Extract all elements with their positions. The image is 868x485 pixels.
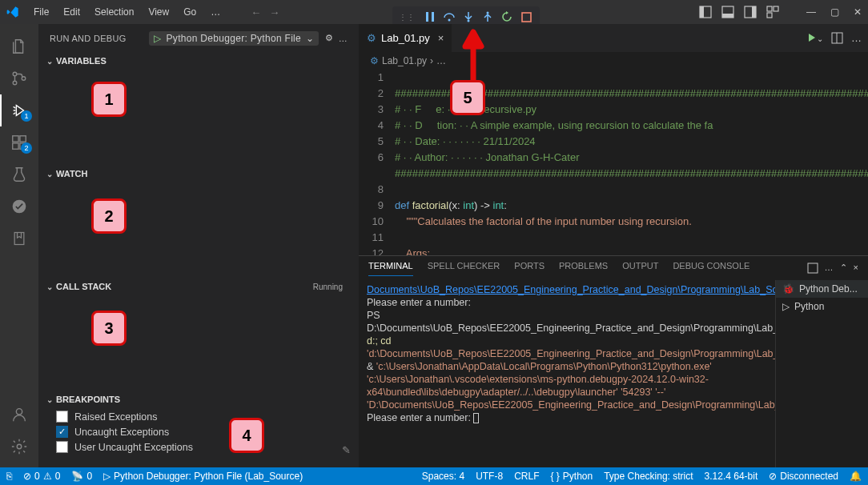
nav-forward-icon[interactable]: → [269, 6, 279, 18]
activity-extensions[interactable]: 2 [0, 126, 38, 158]
activity-check[interactable] [0, 190, 38, 222]
activity-source-control[interactable] [0, 62, 38, 94]
edit-icon[interactable]: ✎ [342, 444, 351, 456]
more-icon[interactable]: … [339, 34, 348, 43]
terminal-list: 🐞Python Deb... ▷Python [775, 280, 868, 467]
close-tab-icon[interactable]: × [438, 32, 444, 44]
debug-step-over-icon[interactable] [442, 10, 456, 24]
section-breakpoints-header[interactable]: ⌄BREAKPOINTS [38, 391, 359, 407]
status-python[interactable]: 3.12.4 64-bit [705, 471, 758, 482]
panel-tab-ports[interactable]: PORTS [514, 261, 545, 275]
terminal-item[interactable]: 🐞Python Deb... [776, 280, 868, 298]
menu-more[interactable]: … [204, 3, 227, 21]
panel-tab-terminal[interactable]: TERMINAL [368, 261, 413, 276]
checkbox-unchecked-icon[interactable] [56, 441, 68, 453]
debug-stop-icon[interactable] [519, 10, 533, 24]
side-panel-title: RUN AND DEBUG [50, 34, 127, 43]
menu-edit[interactable]: Edit [57, 3, 86, 21]
status-language[interactable]: { } Python [550, 471, 593, 482]
callout-4: 4 [229, 418, 264, 453]
svg-point-17 [22, 77, 26, 81]
window-maximize-icon[interactable]: ▢ [830, 6, 839, 18]
activity-settings[interactable] [0, 431, 38, 463]
drag-handle-icon[interactable]: ⋮⋮ [399, 13, 415, 22]
activity-bar: 1 2 [0, 24, 38, 467]
activity-debug[interactable]: 1 [0, 94, 38, 126]
maximize-panel-icon[interactable]: ⌃ [840, 263, 847, 274]
svg-rect-28 [808, 263, 818, 273]
svg-rect-3 [722, 14, 733, 18]
svg-rect-19 [13, 143, 18, 149]
debug-pause-icon[interactable] [423, 10, 437, 24]
side-panel-header: RUN AND DEBUG ▷ Python Debugger: Python … [38, 24, 359, 52]
section-watch: ⌄WATCH [38, 165, 359, 278]
menu-selection[interactable]: Selection [88, 3, 140, 21]
debug-step-out-icon[interactable] [480, 10, 495, 24]
layout-panel-left-icon[interactable] [699, 6, 712, 18]
callstack-status: Running [313, 283, 343, 291]
section-callstack-header[interactable]: ⌄CALL STACKRunning [38, 279, 359, 295]
status-encoding[interactable]: UTF-8 [476, 471, 503, 482]
window-close-icon[interactable]: ✕ [854, 6, 862, 18]
debug-step-into-icon[interactable] [461, 10, 476, 24]
main-menu: File Edit Selection View Go … [27, 3, 227, 21]
chevron-down-icon: ⌄ [46, 57, 53, 66]
callout-2: 2 [91, 198, 127, 234]
status-typecheck[interactable]: Type Checking: strict [604, 471, 693, 482]
bp-raised-exceptions[interactable]: Raised Exceptions [38, 409, 359, 424]
section-watch-header[interactable]: ⌄WATCH [38, 166, 359, 182]
editor-tab-row: ⚙ Lab_01.py × ⌄ … [359, 24, 868, 52]
panel-tab-output[interactable]: OUTPUT [622, 261, 658, 275]
svg-rect-6 [767, 6, 772, 11]
nav-back-icon[interactable]: ← [251, 6, 261, 18]
window-minimize-icon[interactable]: ― [806, 6, 816, 18]
panel-tab-problems[interactable]: PROBLEMS [559, 261, 608, 275]
debug-restart-icon[interactable] [500, 10, 514, 24]
debug-config-dropdown[interactable]: ▷ Python Debugger: Python File ⌄ [149, 31, 319, 46]
breadcrumb[interactable]: ⚙ Lab_01.py › … [359, 52, 868, 70]
more-icon[interactable]: … [851, 32, 862, 44]
run-play-icon[interactable]: ⌄ [809, 32, 823, 44]
terminal-output[interactable]: Documents\UoB_Repos\EE22005_Engineering_… [359, 280, 775, 467]
editor-tab[interactable]: ⚙ Lab_01.py × [359, 24, 452, 52]
menu-file[interactable]: File [27, 3, 55, 21]
section-variables: ⌄VARIABLES [38, 52, 359, 165]
terminal-item[interactable]: ▷Python [776, 298, 868, 315]
panel-tab-debugconsole[interactable]: DEBUG CONSOLE [673, 261, 749, 275]
more-icon[interactable]: … [825, 263, 834, 274]
status-connection[interactable]: ⊘ Disconnected [769, 471, 838, 482]
bp-uncaught-exceptions[interactable]: ✓Uncaught Exceptions [38, 424, 359, 439]
activity-explorer[interactable] [0, 30, 38, 62]
section-variables-header[interactable]: ⌄VARIABLES [38, 53, 359, 69]
svg-rect-18 [13, 136, 18, 142]
chevron-down-icon: ⌄ [306, 33, 314, 44]
split-editor-icon[interactable] [831, 32, 843, 44]
menu-view[interactable]: View [142, 3, 175, 21]
code-editor[interactable]: 12345689101112 #########################… [359, 70, 868, 255]
layout-panel-right-icon[interactable] [744, 6, 757, 18]
checkbox-checked-icon[interactable]: ✓ [56, 426, 68, 438]
close-panel-icon[interactable]: × [854, 263, 858, 274]
status-debug-session[interactable]: ▷ Python Debugger: Python File (Lab_Sour… [103, 471, 303, 482]
menu-go[interactable]: Go [177, 3, 203, 21]
gear-icon[interactable]: ⚙ [325, 33, 333, 43]
status-remote[interactable]: ⎘ [6, 471, 12, 482]
python-file-icon: ⚙ [370, 55, 379, 66]
checkbox-unchecked-icon[interactable] [56, 411, 68, 423]
layout-panel-bottom-icon[interactable] [721, 6, 734, 18]
status-errors[interactable]: ⊘ 0 ⚠ 0 [23, 471, 60, 482]
activity-bookmark[interactable] [0, 222, 38, 255]
status-eol[interactable]: CRLF [514, 471, 539, 482]
status-spaces[interactable]: Spaces: 4 [422, 471, 464, 482]
panel-tab-spellchecker[interactable]: SPELL CHECKER [428, 261, 500, 275]
layout-customize-icon[interactable] [766, 6, 779, 18]
status-bell[interactable]: 🔔 [850, 471, 862, 482]
activity-testing[interactable] [0, 158, 38, 190]
activity-account[interactable] [0, 399, 38, 431]
status-ports[interactable]: 📡 0 [71, 471, 92, 482]
svg-point-25 [17, 444, 22, 449]
svg-rect-23 [14, 233, 24, 245]
split-terminal-icon[interactable] [807, 263, 818, 274]
section-callstack: ⌄CALL STACKRunning [38, 278, 359, 391]
bp-user-uncaught-exceptions[interactable]: User Uncaught Exceptions [38, 439, 359, 455]
